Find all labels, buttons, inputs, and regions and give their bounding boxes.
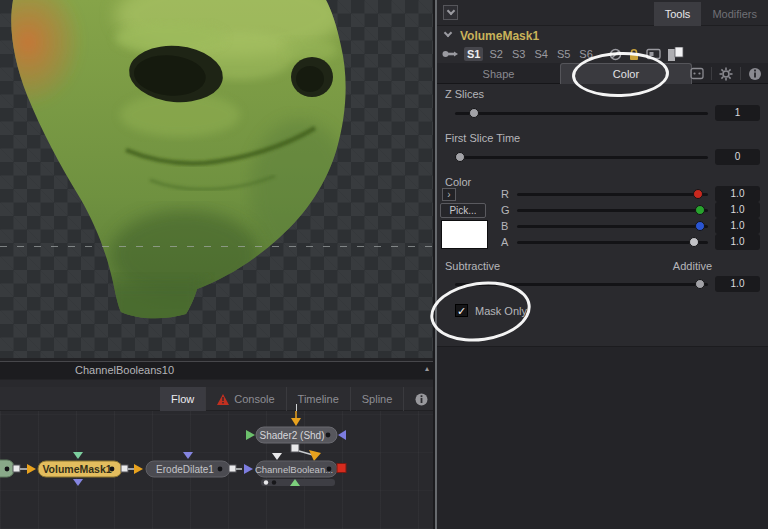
mask-only-label: Mask Only [475,305,527,317]
chevron-down-icon [446,7,454,15]
alpha-value[interactable]: 1.0 [715,234,760,250]
tab-flow[interactable]: Flow [160,387,205,411]
tab-spline[interactable]: Spline [350,387,404,411]
inspector-controls: Z Slices 1 First Slice Time 0 Color › Pi… [437,84,768,346]
blue-handle[interactable] [695,221,705,231]
connection-line-stub [296,404,297,411]
first-slice-time-label: First Slice Time [445,132,520,144]
z-slices-label: Z Slices [445,88,484,100]
channel-row-g: G 1.0 [437,202,768,218]
panel-collapse-button[interactable] [443,5,458,20]
tab-shape[interactable]: Shape [437,63,560,84]
first-slice-time-value[interactable]: 0 [715,149,760,165]
viewer-collapse-icon[interactable]: ▴ [425,364,429,373]
slot-s2[interactable]: S2 [486,47,505,61]
flow-tab-bar: Flow Console Timeline Spline [0,387,437,411]
chevron-down-icon [444,29,452,37]
shader-dot[interactable] [326,433,331,438]
alien-head-render [0,0,433,358]
warning-icon [217,394,229,405]
red-handle[interactable] [693,189,703,199]
arrow-into-channelboolean [244,464,253,474]
volumemask-bottom-triangle [73,479,83,486]
lock-icon[interactable] [628,48,640,61]
settings-list-icon[interactable] [690,67,704,80]
slot-s6[interactable]: S6 [576,47,595,61]
volumemask-output-square[interactable] [121,465,128,472]
viewer-guide-line [0,246,432,247]
first-slice-time-slider[interactable] [455,149,708,165]
inspector-empty-area [437,346,768,529]
subtab-row: Shape Color [437,63,768,84]
arrow-shader-to-channelboolean [309,450,321,461]
node-channelboolean-label: ChannelBoolean... [255,464,333,475]
z-slices-handle[interactable] [469,108,479,118]
arrow-into-shader [291,418,301,426]
blue-value[interactable]: 1.0 [715,218,760,234]
mask-only-checkbox[interactable]: ✓ [455,304,468,317]
blend-value[interactable]: 1.0 [715,276,760,292]
arrow-into-erodedilate [134,464,143,474]
tool-name: VolumeMask1 [460,29,539,43]
green-slider[interactable] [517,209,708,212]
tab-color[interactable]: Color [560,63,692,84]
slot-s4[interactable]: S4 [531,47,550,61]
viewer-title-bar[interactable]: ChannelBooleans10 ▴ [0,361,437,379]
gear-icon[interactable] [719,67,733,81]
channel-row-r: R 1.0 [437,186,768,202]
additive-label: Additive [673,260,712,272]
alpha-handle[interactable] [689,237,699,247]
tool-header[interactable]: VolumeMask1 [437,26,768,45]
shader-output-square[interactable] [291,444,299,452]
slot-s3[interactable]: S3 [509,47,528,61]
arrow-into-volumemask [27,464,36,474]
channel-row-b: B 1.0 [437,218,768,234]
blend-handle[interactable] [695,279,705,289]
tab-console[interactable]: Console [205,387,285,411]
channel-row-a: A 1.0 [437,234,768,250]
disable-icon[interactable] [609,48,622,61]
shader-right-arrow [338,430,346,440]
slot-s5[interactable]: S5 [554,47,573,61]
viewer-node-label: ChannelBooleans10 [75,364,174,376]
blue-slider[interactable] [517,225,708,228]
slot-row: S1 S2 S3 S4 S5 S6 [437,45,768,63]
channelboolean-red-square[interactable] [337,464,346,473]
inspector-top-bar: Tools Modifiers [437,0,768,26]
first-slice-time-handle[interactable] [455,152,465,162]
inspector-panel: Tools Modifiers VolumeMask1 S1 S2 S3 S4 … [437,0,768,529]
erodedilate-output-square[interactable] [229,465,236,472]
red-slider[interactable] [517,193,708,196]
red-value[interactable]: 1.0 [715,186,760,202]
green-value[interactable]: 1.0 [715,202,760,218]
blend-slider[interactable] [455,276,708,292]
viewer-panel[interactable]: ChannelBooleans10 ▴ [0,0,437,380]
fusion-window: ChannelBooleans10 ▴ Flow Console [0,0,768,529]
green-handle[interactable] [695,205,705,215]
upstream-output-square[interactable] [13,465,20,472]
flow-panel: Flow Console Timeline Spline [0,380,437,529]
channelboolean-top-triangle [272,453,282,460]
z-slices-slider[interactable] [455,105,708,121]
slot-s1[interactable]: S1 [464,47,483,61]
node-volumemask1-label: VolumeMask1 [42,463,111,475]
pin-icon[interactable] [442,48,458,60]
subtractive-label: Subtractive [445,260,500,272]
node-graph-canvas[interactable]: Shader2 (Shd) VolumeMask1 [0,411,437,529]
node-erodedilate1-label: ErodeDilate1 [156,464,214,475]
shader-input-arrow [246,430,255,440]
tab-tools[interactable]: Tools [654,2,702,26]
tab-modifiers[interactable]: Modifiers [701,2,768,26]
alpha-slider[interactable] [517,241,708,244]
volumemask-top-triangle [73,452,83,459]
erodedilate-top-triangle [183,452,193,459]
info-icon[interactable] [748,67,762,81]
z-slices-value[interactable]: 1 [715,105,760,121]
node-shader2-label: Shader2 (Shd) [259,430,324,441]
tile-color-icon[interactable] [667,47,685,62]
display-icon[interactable] [646,48,661,60]
